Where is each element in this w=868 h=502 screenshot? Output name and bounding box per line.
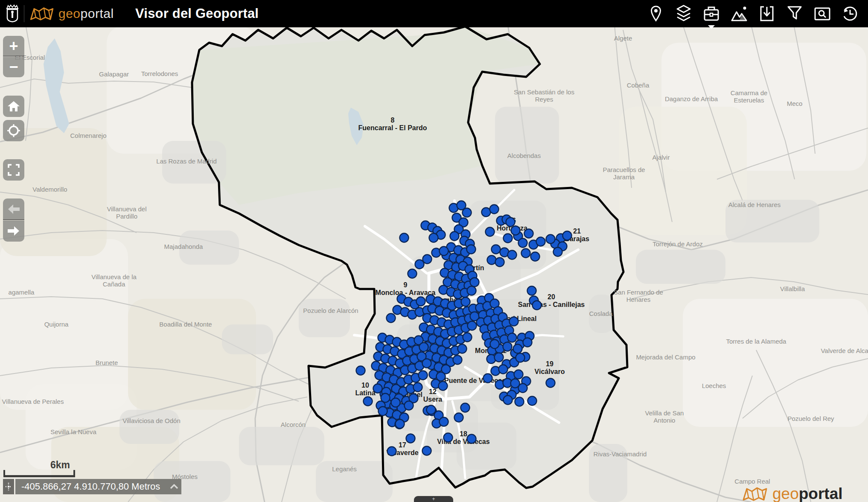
point-marker[interactable]: [458, 344, 467, 353]
point-marker[interactable]: [379, 407, 387, 416]
point-marker[interactable]: [514, 370, 523, 379]
geoportal-logo[interactable]: geoportal: [29, 5, 114, 22]
urban-patch: [636, 250, 725, 284]
point-marker[interactable]: [468, 321, 477, 330]
map-canvas[interactable]: El EscorialGalapagarTorrelodonesColmenar…: [0, 0, 868, 502]
point-marker[interactable]: [508, 333, 517, 342]
point-marker[interactable]: [523, 338, 532, 347]
point-marker[interactable]: [470, 278, 479, 287]
back-arrow-icon: [7, 204, 20, 214]
point-marker[interactable]: [467, 245, 476, 254]
point-marker[interactable]: [415, 260, 424, 269]
point-marker[interactable]: [546, 235, 555, 244]
point-marker[interactable]: [440, 417, 449, 426]
point-marker[interactable]: [373, 384, 382, 393]
point-marker[interactable]: [422, 447, 431, 455]
point-marker[interactable]: [527, 286, 536, 295]
coordinate-bar: -405.866,27 4.910.770,80 Metros: [15, 479, 181, 494]
point-marker[interactable]: [439, 382, 448, 391]
fullscreen-button[interactable]: [3, 159, 24, 181]
point-marker[interactable]: [516, 353, 525, 362]
history-tool-button[interactable]: [836, 0, 864, 27]
back-button[interactable]: [3, 198, 24, 220]
point-marker[interactable]: [387, 314, 396, 323]
point-marker[interactable]: [506, 218, 515, 227]
point-marker[interactable]: [563, 231, 572, 240]
point-marker[interactable]: [504, 396, 513, 405]
zoom-out-button[interactable]: −: [3, 57, 24, 77]
point-marker[interactable]: [513, 344, 522, 353]
point-marker[interactable]: [533, 301, 542, 310]
district-label: Moncloa - Aravaca: [376, 289, 436, 296]
point-marker[interactable]: [414, 383, 422, 392]
point-marker[interactable]: [454, 413, 463, 422]
point-marker[interactable]: [487, 256, 496, 265]
point-marker[interactable]: [422, 359, 431, 368]
point-marker[interactable]: [419, 343, 428, 352]
point-marker[interactable]: [467, 435, 476, 444]
point-marker[interactable]: [453, 356, 462, 365]
point-marker[interactable]: [387, 447, 396, 456]
locate-button[interactable]: [3, 120, 24, 141]
district-number: 9: [404, 281, 408, 289]
point-marker[interactable]: [504, 234, 513, 243]
point-marker[interactable]: [461, 403, 470, 412]
locate-tool-button[interactable]: [642, 0, 670, 27]
forward-button[interactable]: [3, 220, 24, 242]
point-marker[interactable]: [419, 371, 428, 380]
point-marker[interactable]: [400, 233, 409, 242]
point-marker[interactable]: [490, 205, 499, 214]
point-marker[interactable]: [406, 434, 415, 443]
point-marker[interactable]: [499, 365, 508, 374]
point-marker[interactable]: [450, 232, 459, 241]
point-marker[interactable]: [356, 366, 365, 375]
point-marker[interactable]: [463, 333, 472, 342]
point-marker[interactable]: [391, 398, 400, 407]
bottom-widget-button[interactable]: +: [414, 496, 453, 502]
point-marker[interactable]: [396, 420, 405, 429]
point-marker[interactable]: [511, 379, 520, 388]
point-marker[interactable]: [484, 374, 492, 383]
point-marker[interactable]: [511, 226, 520, 235]
point-marker[interactable]: [467, 286, 476, 295]
home-button[interactable]: [3, 96, 24, 117]
point-marker[interactable]: [508, 251, 517, 260]
search-tool-button[interactable]: [808, 0, 836, 27]
point-marker[interactable]: [427, 406, 436, 414]
layers-tool-button[interactable]: [670, 0, 697, 27]
point-marker[interactable]: [492, 245, 501, 254]
point-marker[interactable]: [518, 239, 527, 248]
point-marker[interactable]: [524, 229, 533, 238]
basemap-tool-button[interactable]: [725, 0, 753, 27]
coordinate-collapse-button[interactable]: [167, 484, 181, 490]
point-marker[interactable]: [528, 397, 537, 406]
madrid-emblem-logo[interactable]: [5, 3, 20, 24]
zoom-in-button[interactable]: +: [3, 36, 24, 56]
point-marker[interactable]: [417, 297, 425, 306]
filter-tool-button[interactable]: [781, 0, 808, 27]
point-marker[interactable]: [503, 342, 512, 351]
point-marker[interactable]: [495, 353, 504, 362]
point-marker[interactable]: [521, 249, 530, 258]
urban-patch: [299, 299, 350, 337]
district-number: 12: [429, 388, 437, 395]
point-marker[interactable]: [408, 269, 417, 278]
point-marker[interactable]: [546, 379, 555, 388]
toolbox-tool-button[interactable]: [697, 0, 725, 27]
point-marker[interactable]: [463, 208, 472, 217]
point-marker[interactable]: [510, 317, 518, 326]
point-marker[interactable]: [515, 397, 524, 406]
point-marker[interactable]: [531, 252, 540, 261]
point-marker[interactable]: [440, 247, 449, 256]
point-marker[interactable]: [536, 237, 545, 246]
download-tool-button[interactable]: [753, 0, 781, 27]
point-marker[interactable]: [553, 248, 562, 257]
point-marker[interactable]: [364, 397, 373, 406]
point-marker[interactable]: [486, 228, 495, 236]
point-marker[interactable]: [429, 233, 438, 242]
point-marker[interactable]: [405, 401, 414, 410]
point-marker[interactable]: [490, 340, 499, 349]
point-marker[interactable]: [495, 258, 504, 267]
point-marker[interactable]: [461, 298, 470, 306]
point-marker[interactable]: [444, 433, 453, 442]
